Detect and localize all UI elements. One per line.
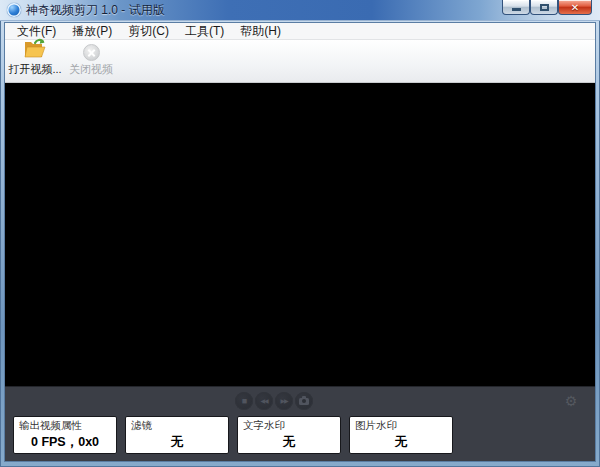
stop-icon: ■	[242, 396, 246, 405]
menu-item-tools[interactable]: 工具(T)	[177, 23, 232, 40]
text-watermark-panel[interactable]: 文字水印 无	[237, 416, 341, 454]
camera-icon	[299, 398, 309, 405]
close-icon: ✕	[571, 2, 579, 13]
menu-item-help[interactable]: 帮助(H)	[232, 23, 289, 40]
open-video-button[interactable]: 打开视频...	[7, 42, 63, 80]
text-watermark-value: 无	[243, 432, 335, 452]
filter-label: 滤镜	[131, 419, 223, 432]
image-watermark-value: 无	[355, 432, 447, 452]
title-bar[interactable]: 神奇视频剪刀 1.0 - 试用版 ✕	[0, 0, 600, 21]
close-video-icon	[83, 44, 100, 61]
menu-item-cut[interactable]: 剪切(C)	[120, 23, 177, 40]
text-watermark-label: 文字水印	[243, 419, 335, 432]
output-properties-value: 0 FPS，0x0	[19, 432, 111, 452]
app-window: 神奇视频剪刀 1.0 - 试用版 ✕ 文件(F) 播放(P) 剪切(C) 工具(…	[0, 0, 600, 467]
window-controls: ✕	[502, 0, 592, 15]
open-folder-icon	[22, 37, 48, 61]
app-icon	[7, 3, 21, 17]
image-watermark-label: 图片水印	[355, 419, 447, 432]
rewind-icon: ◀◀	[260, 398, 267, 404]
window-content: 文件(F) 播放(P) 剪切(C) 工具(T) 帮助(H) 打开视频...	[4, 22, 596, 462]
output-properties-panel[interactable]: 输出视频属性 0 FPS，0x0	[13, 416, 117, 454]
open-video-label: 打开视频...	[8, 62, 61, 77]
menu-bar: 文件(F) 播放(P) 剪切(C) 工具(T) 帮助(H)	[5, 23, 595, 40]
output-properties-label: 输出视频属性	[19, 419, 111, 432]
menu-item-play[interactable]: 播放(P)	[64, 23, 120, 40]
filter-value: 无	[131, 432, 223, 452]
window-title: 神奇视频剪刀 1.0 - 试用版	[26, 2, 165, 19]
player-controls: ■ ◀◀ ▶▶	[235, 392, 313, 410]
toolbar: 打开视频... 关闭视频	[5, 40, 595, 83]
bottom-control-area: ■ ◀◀ ▶▶ ⚙ 输出视频属性 0 FPS，0x0	[5, 386, 595, 461]
maximize-icon	[540, 4, 549, 11]
minimize-button[interactable]	[502, 0, 530, 15]
minimize-icon	[512, 8, 521, 11]
snapshot-button[interactable]	[295, 392, 313, 410]
maximize-button[interactable]	[530, 0, 558, 15]
status-panels: 输出视频属性 0 FPS，0x0 滤镜 无 文字水印 无 图片水印 无	[13, 416, 453, 454]
close-button[interactable]: ✕	[558, 0, 592, 15]
video-canvas[interactable]	[5, 83, 595, 386]
fast-forward-button[interactable]: ▶▶	[275, 392, 293, 410]
filter-panel[interactable]: 滤镜 无	[125, 416, 229, 454]
rewind-button[interactable]: ◀◀	[255, 392, 273, 410]
close-video-button[interactable]: 关闭视频	[63, 42, 119, 80]
stop-button[interactable]: ■	[235, 392, 253, 410]
close-video-label: 关闭视频	[69, 62, 113, 77]
settings-gear-icon[interactable]: ⚙	[563, 393, 579, 409]
image-watermark-panel[interactable]: 图片水印 无	[349, 416, 453, 454]
fast-forward-icon: ▶▶	[280, 398, 287, 404]
